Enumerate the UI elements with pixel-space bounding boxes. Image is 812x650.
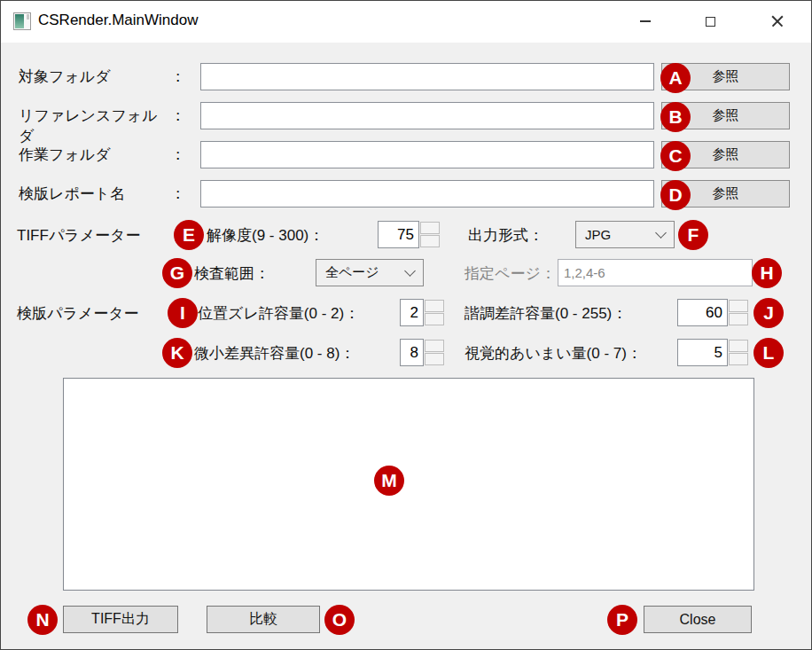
label-text: 指定ページ — [465, 265, 541, 282]
resolution-input[interactable] — [378, 221, 419, 248]
spin-up-button[interactable] — [425, 300, 444, 312]
badge-f: F — [678, 220, 708, 250]
minor-diff-tolerance-input[interactable] — [400, 339, 424, 366]
label-colon: ： — [170, 106, 185, 146]
title-bar: CSRender.MainWindow — [1, 1, 811, 43]
spin-down-button[interactable] — [729, 313, 748, 325]
tiff-output-button[interactable]: TIFF出力 — [63, 606, 178, 633]
badge-j: J — [753, 298, 784, 328]
app-icon-image — [15, 14, 24, 28]
label-colon: ： — [612, 305, 627, 322]
label-text: 解像度(9 - 300) — [207, 227, 308, 244]
close-window-button[interactable] — [756, 1, 799, 42]
combo-value: 全ページ — [325, 264, 379, 281]
maximize-icon — [706, 17, 715, 27]
scan-range-label: 検査範囲： — [194, 263, 269, 284]
position-tolerance-spinner — [425, 300, 444, 326]
page-spec-input[interactable] — [558, 259, 753, 286]
main-window: CSRender.MainWindow 対象フォルダ： 参照 リファレンスフォル… — [0, 0, 812, 650]
window-title: CSRender.MainWindow — [38, 12, 198, 29]
app-icon — [13, 12, 31, 30]
label-text: 位置ズレ許容量(0 - 2) — [198, 305, 344, 322]
scan-range-select[interactable]: 全ページ — [316, 259, 424, 286]
reference-folder-label: リファレンスフォルダ： — [19, 106, 185, 146]
spin-up-button[interactable] — [729, 340, 748, 352]
badge-i: I — [168, 298, 198, 328]
minimize-icon — [640, 20, 651, 22]
spin-up-button[interactable] — [420, 222, 440, 234]
visual-ambiguity-input[interactable] — [677, 339, 728, 366]
spin-up-button[interactable] — [729, 300, 748, 312]
badge-b: B — [660, 102, 691, 132]
tone-tolerance-label: 諧調差許容量(0 - 255)： — [465, 303, 627, 324]
label-colon: ： — [170, 67, 185, 87]
label-text: 視覚的あいまい量(0 - 7) — [465, 345, 627, 362]
spin-down-button[interactable] — [425, 313, 444, 325]
minimize-button[interactable] — [624, 1, 667, 42]
resolution-spinner — [420, 222, 440, 248]
report-name-input[interactable] — [200, 180, 654, 208]
tiff-section-label: TIFFパラメーター — [17, 225, 140, 246]
close-button[interactable]: Close — [644, 606, 752, 633]
spin-down-button[interactable] — [425, 353, 444, 365]
app-icon-notch — [27, 14, 29, 20]
position-tolerance-label: 位置ズレ許容量(0 - 2)： — [198, 303, 359, 324]
label-colon: ： — [627, 345, 642, 362]
badge-l: L — [753, 338, 784, 368]
chevron-down-icon — [404, 265, 416, 277]
label-colon: ： — [308, 227, 324, 244]
output-format-label: 出力形式： — [468, 225, 543, 246]
output-format-select[interactable]: JPG — [575, 221, 675, 248]
label-text: リファレンスフォルダ — [19, 106, 170, 146]
chevron-down-icon — [655, 227, 667, 239]
label-colon: ： — [541, 265, 556, 282]
close-icon — [770, 14, 785, 28]
label-colon: ： — [528, 227, 543, 244]
badge-a: A — [660, 63, 691, 93]
minor-diff-tolerance-label: 微小差異許容量(0 - 8)： — [194, 343, 355, 364]
visual-ambiguity-spinner — [729, 340, 748, 366]
output-area[interactable] — [63, 378, 754, 591]
resolution-label: 解像度(9 - 300)： — [207, 225, 324, 246]
badge-m: M — [374, 466, 404, 496]
badge-n: N — [27, 605, 58, 635]
maximize-button[interactable] — [689, 1, 731, 42]
tone-tolerance-input[interactable] — [677, 299, 728, 326]
target-folder-label: 対象フォルダ： — [19, 67, 185, 87]
report-name-label: 検版レポート名： — [19, 184, 185, 204]
spin-down-button[interactable] — [729, 353, 748, 365]
spin-up-button[interactable] — [425, 340, 444, 352]
label-text: 検版レポート名 — [19, 184, 125, 204]
label-colon: ： — [254, 265, 269, 282]
badge-p: P — [607, 605, 637, 635]
badge-d: D — [660, 180, 691, 210]
work-folder-label: 作業フォルダ： — [19, 145, 185, 165]
target-folder-input[interactable] — [200, 63, 654, 90]
compare-button[interactable]: 比較 — [207, 606, 320, 633]
label-text: 出力形式 — [468, 227, 528, 244]
label-text: 微小差異許容量(0 - 8) — [194, 345, 340, 362]
badge-e: E — [174, 220, 204, 250]
label-colon: ： — [344, 305, 359, 322]
page-spec-label: 指定ページ： — [465, 263, 556, 284]
reference-folder-input[interactable] — [200, 102, 654, 129]
label-text: 検査範囲 — [194, 265, 254, 282]
badge-h: H — [752, 258, 782, 288]
kenpan-section-label: 検版パラメーター — [17, 303, 139, 324]
label-colon: ： — [170, 145, 185, 165]
badge-g: G — [162, 258, 192, 288]
label-colon: ： — [340, 345, 355, 362]
minor-diff-tolerance-spinner — [425, 340, 444, 366]
badge-c: C — [660, 141, 691, 171]
badge-o: O — [324, 605, 355, 635]
label-text: 作業フォルダ — [19, 145, 111, 165]
combo-value: JPG — [585, 227, 611, 242]
label-colon: ： — [170, 184, 185, 204]
position-tolerance-input[interactable] — [400, 299, 424, 326]
badge-k: K — [162, 338, 192, 368]
label-text: 対象フォルダ — [19, 67, 111, 87]
visual-ambiguity-label: 視覚的あいまい量(0 - 7)： — [465, 343, 642, 364]
spin-down-button[interactable] — [420, 235, 440, 247]
tone-tolerance-spinner — [729, 300, 748, 326]
work-folder-input[interactable] — [200, 141, 654, 168]
